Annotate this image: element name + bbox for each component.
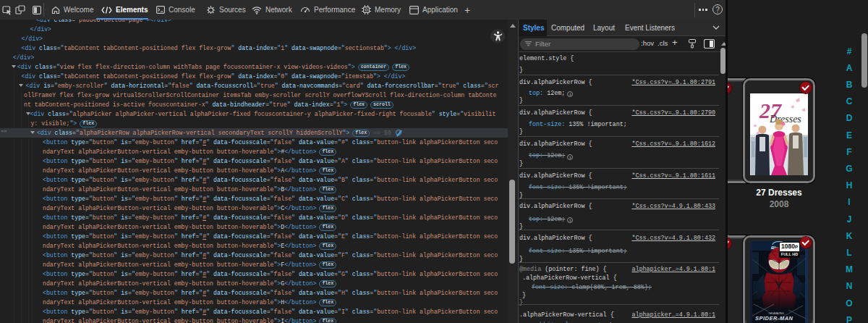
svg-text:Dresses: Dresses <box>769 114 801 125</box>
svg-text:SPIDER-MAN: SPIDER-MAN <box>755 315 793 322</box>
